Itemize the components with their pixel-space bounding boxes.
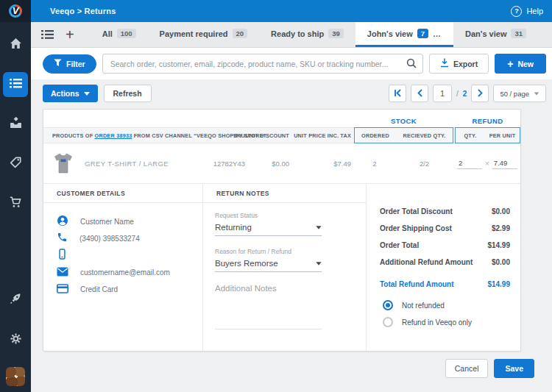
unit-price-column-header: UNIT PRICE INC. TAX	[289, 132, 351, 139]
cancel-button[interactable]: Cancel	[445, 359, 489, 378]
chevron-right-icon	[477, 87, 484, 100]
rocket-icon	[10, 293, 21, 307]
top-bar: Veeqo > Returns ? Help	[31, 0, 552, 22]
total-refund-row: Total Refund Amount $14.99	[380, 276, 510, 293]
search-toolbar: Filter Export + New	[31, 48, 552, 79]
refresh-button[interactable]: Refresh	[104, 85, 152, 102]
stock-values: 2 2/2	[354, 160, 453, 168]
per-unit-column-header: PER UNIT	[485, 132, 520, 139]
tag-icon	[10, 157, 21, 171]
first-page-button[interactable]	[389, 85, 406, 102]
refund-columns-box: QTY. PER UNIT	[455, 127, 520, 143]
product-sku: 12782Y43	[211, 160, 245, 168]
product-name: GREY T-SHIRT / LARGE	[85, 160, 169, 168]
page-size-select[interactable]: 50 / page	[493, 85, 546, 102]
return-reason-label: Reason for Return / Refund	[215, 248, 366, 255]
first-page-icon	[394, 87, 402, 100]
avatar-image-icon	[6, 367, 25, 386]
radio-selected-icon	[383, 300, 393, 310]
total-pages-link[interactable]: 2	[463, 90, 467, 98]
save-button[interactable]: Save	[494, 359, 534, 378]
breadcrumb: Veeqo > Returns	[50, 7, 116, 15]
sidebar-item-receive[interactable]	[3, 112, 28, 137]
request-status-label: Request Status	[215, 212, 366, 219]
refund-inputs: ×	[455, 157, 520, 169]
column-group-header-row: STOCK REFUND	[43, 110, 520, 127]
customer-phone-row: (3490) 398533274	[57, 230, 202, 247]
summary-row: Order Total Discount $0.00	[380, 203, 510, 220]
multiply-icon: ×	[485, 160, 489, 168]
current-page-input[interactable]: 1	[433, 85, 452, 102]
customer-details-section: CUSTOMER DETAILS Customer Name (3490) 39…	[43, 184, 203, 351]
tab-payment-required[interactable]: Payment required 20	[148, 22, 260, 47]
chevron-left-icon	[417, 87, 423, 100]
tab-ready-to-ship[interactable]: Ready to ship 39	[259, 22, 355, 47]
chevron-down-icon	[316, 262, 321, 266]
actions-dropdown-button[interactable]: Actions	[43, 85, 98, 102]
tab-count-badge: 7	[417, 29, 428, 39]
customer-details-header: CUSTOMER DETAILS	[43, 184, 202, 203]
products-header: PRODUCTS OF ORDER 38933 FROM CSV CHANNEL…	[43, 132, 211, 139]
radio-not-refunded[interactable]: Not refunded	[383, 300, 510, 310]
additional-notes-textarea[interactable]: Additional Notes	[215, 284, 322, 329]
order-link[interactable]: ORDER 38933	[95, 132, 132, 139]
request-status-select[interactable]: Returning	[215, 223, 322, 236]
tab-more-icon[interactable]: …	[433, 29, 442, 38]
sidebar: V	[0, 0, 31, 392]
summary-row: Order Total $14.99	[380, 237, 510, 254]
inbox-diamond-icon	[10, 117, 22, 132]
tab-dans-view[interactable]: Dan's view 31	[453, 22, 538, 47]
new-button[interactable]: + New	[495, 54, 546, 74]
search-icon[interactable]	[406, 58, 417, 71]
sidebar-item-settings[interactable]	[3, 327, 28, 352]
customer-email-row: customername@email.com	[57, 264, 202, 281]
sidebar-item-products[interactable]	[3, 152, 28, 177]
radio-refund-in-veeqo-only[interactable]: Refund in Veeqo only	[383, 317, 510, 327]
prev-page-button[interactable]	[411, 85, 428, 102]
radio-unselected-icon	[383, 317, 393, 327]
tab-johns-view[interactable]: John's view 7 …	[355, 22, 453, 47]
page-separator: /	[456, 90, 459, 98]
customer-name-row: Customer Name	[57, 213, 202, 230]
refund-per-unit-input[interactable]	[492, 157, 517, 169]
plus-icon: +	[507, 59, 513, 69]
product-unit-discount: $0.00	[245, 160, 289, 168]
tab-all[interactable]: All 100	[91, 22, 148, 47]
help-button[interactable]: ? Help	[511, 6, 543, 17]
veeqo-logo[interactable]: V	[0, 0, 31, 22]
refund-qty-input[interactable]	[457, 157, 482, 169]
user-avatar[interactable]	[3, 367, 28, 392]
table-header-row: PRODUCTS OF ORDER 38933 FROM CSV CHANNEL…	[43, 127, 520, 143]
chevron-down-icon	[534, 92, 539, 95]
views-tab-bar: + All 100 Payment required 20 Ready to s…	[31, 22, 552, 48]
sku-column-header: SKU	[211, 132, 245, 139]
export-button[interactable]: Export	[429, 54, 489, 74]
sidebar-item-home[interactable]	[3, 32, 28, 57]
tab-count-badge: 39	[328, 29, 344, 39]
next-page-button[interactable]	[471, 85, 489, 102]
return-reason-select[interactable]: Buyers Remorse	[215, 259, 322, 272]
detail-columns: CUSTOMER DETAILS Customer Name (3490) 39…	[43, 183, 520, 351]
sidebar-item-orders[interactable]	[3, 191, 28, 216]
sidebar-item-whats-new[interactable]	[3, 288, 28, 313]
ordered-value: 2	[354, 160, 395, 168]
chevron-down-icon	[84, 92, 90, 96]
customer-payment-row: Credit Card	[57, 281, 202, 298]
footer-actions: Cancel Save	[445, 359, 534, 378]
summary-row: Additional Refund Amount $0.00	[380, 254, 510, 271]
product-row: GREY T-SHIRT / LARGE 12782Y43 $0.00 $7.4…	[43, 143, 520, 183]
veeqo-returns-page: V	[0, 0, 552, 392]
chevron-down-icon	[316, 226, 321, 229]
refund-summary-section: Order Total Discount $0.00 Order Shippin…	[367, 184, 520, 351]
product-thumbnail	[52, 152, 74, 175]
filter-button[interactable]: Filter	[43, 54, 96, 74]
view-list-button[interactable]	[41, 29, 54, 40]
plus-icon: +	[66, 27, 74, 42]
add-view-button[interactable]: +	[66, 27, 74, 42]
stock-group-header: STOCK	[354, 117, 453, 125]
tab-count-badge: 100	[117, 29, 136, 39]
search-input[interactable]	[102, 54, 423, 74]
tab-count-badge: 20	[233, 29, 248, 39]
sidebar-item-returns[interactable]	[3, 72, 28, 97]
return-detail-card: STOCK REFUND PRODUCTS OF ORDER 38933 FRO…	[43, 109, 521, 352]
